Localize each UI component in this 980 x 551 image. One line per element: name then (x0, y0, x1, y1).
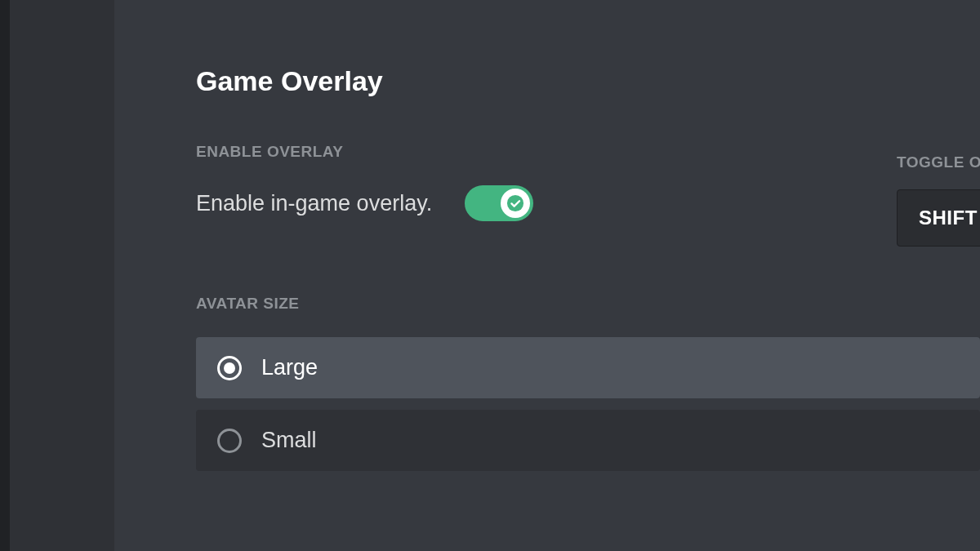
toggle-lock-col: TOGGLE OVERLAY LOCK SHIFT + ` (897, 65, 980, 247)
avatar-size-option-large[interactable]: Large (196, 337, 980, 398)
settings-sidebar (0, 0, 114, 551)
avatar-size-label: AVATAR SIZE (196, 295, 980, 313)
toggle-lock-label: TOGGLE OVERLAY LOCK (897, 153, 980, 171)
avatar-size-section: AVATAR SIZE Large Small (196, 295, 980, 471)
svg-point-0 (507, 195, 523, 211)
avatar-size-option-small[interactable]: Small (196, 410, 980, 471)
radio-unselected-icon (217, 429, 242, 453)
sidebar-edge (0, 0, 10, 551)
toggle-knob (501, 189, 530, 218)
enable-overlay-toggle[interactable] (465, 185, 533, 221)
option-label: Large (261, 355, 318, 380)
radio-selected-icon (217, 356, 242, 380)
toggle-lock-keybind[interactable]: SHIFT + ` (897, 189, 980, 247)
radio-dot (224, 362, 235, 374)
enable-overlay-description: Enable in-game overlay. (196, 191, 432, 216)
enable-overlay-setting: Enable in-game overlay. (196, 185, 533, 221)
settings-content: Game Overlay ENABLE OVERLAY Enable in-ga… (114, 0, 980, 551)
avatar-size-options: Large Small (196, 337, 980, 471)
enable-overlay-col: ENABLE OVERLAY Enable in-game overlay. (196, 143, 533, 221)
enable-overlay-row: ENABLE OVERLAY Enable in-game overlay. (196, 143, 980, 221)
enable-overlay-label: ENABLE OVERLAY (196, 143, 533, 161)
page-title: Game Overlay (196, 65, 980, 97)
check-icon (506, 194, 524, 212)
option-label: Small (261, 428, 317, 453)
